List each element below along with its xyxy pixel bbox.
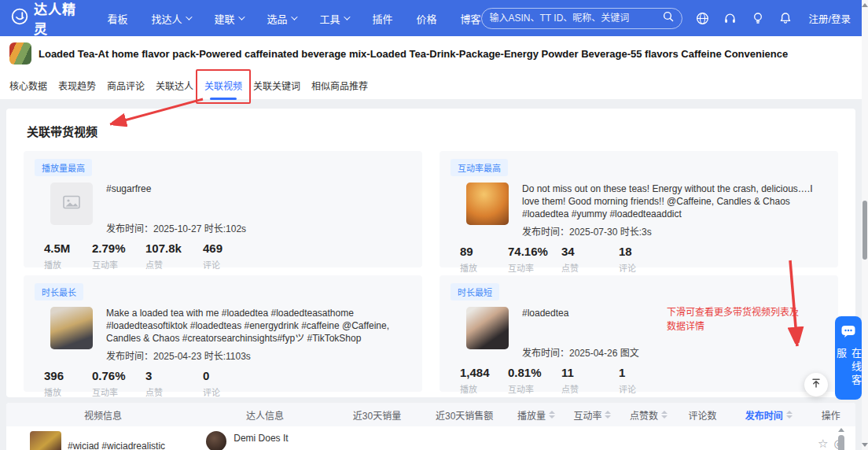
product-thumbnail[interactable] xyxy=(9,42,31,65)
nav-item-outreach[interactable]: 建联 xyxy=(214,11,243,26)
stat-plays: 396播放 xyxy=(44,369,86,398)
stat-comments: 18评论 xyxy=(619,245,663,274)
col-views-sort[interactable]: 播放量 xyxy=(508,408,564,422)
chat-bubble-icon xyxy=(840,324,856,341)
product-title: Loaded Tea-At home flavor pack-Powered c… xyxy=(39,48,788,60)
video-card-shortest-duration[interactable]: 时长最短 #loadedtea 发布时间：2025-04-26 图文 1,484… xyxy=(440,275,838,392)
nav-item-plugin[interactable]: 插件 xyxy=(372,11,392,26)
col-influencer-info: 达人信息 xyxy=(197,408,333,422)
nav-item-dashboard[interactable]: 看板 xyxy=(107,11,127,26)
sort-icon[interactable] xyxy=(549,411,555,419)
arrow-up-to-line-icon xyxy=(811,378,822,392)
card-badge: 互动率最高 xyxy=(451,159,508,176)
col-comments: 评论数 xyxy=(677,408,729,422)
col-actions: 操作 xyxy=(809,408,852,422)
row-video-thumbnail[interactable] xyxy=(30,431,61,450)
stat-engagement: 74.16%互动率 xyxy=(508,245,555,274)
table-scrollbar-thumb[interactable] xyxy=(838,435,844,450)
nav-item-blog[interactable]: 博客 xyxy=(461,11,481,26)
col-30d-revenue: 近30天销售额 xyxy=(421,408,508,422)
col-engagement-sort[interactable]: 互动率 xyxy=(565,408,620,422)
col-publish-time-sort[interactable]: 发布时间 xyxy=(728,408,809,422)
video-meta: 发布时间：2025-04-26 图文 xyxy=(522,345,827,359)
tab-related-creators[interactable]: 关联达人 xyxy=(156,77,193,94)
search-input[interactable] xyxy=(490,13,663,24)
stat-plays: 4.5M播放 xyxy=(44,242,86,271)
tab-core-data[interactable]: 核心数据 xyxy=(9,77,47,94)
video-card-longest-duration[interactable]: 时长最长 Make a loaded tea with me #loadedte… xyxy=(24,275,422,392)
card-badge: 时长最短 xyxy=(451,283,499,301)
page-body: 关联带货视频 播放量最高 #sugarfree 发布时间：2025-10-27 xyxy=(0,99,862,450)
top-navbar: 达人精灵 看板 找达人 建联 选品 工具 插件 价格 博客 xyxy=(0,0,862,36)
stat-likes: 3点赞 xyxy=(145,369,197,398)
video-meta: 发布时间：2025-10-27 时长:102s xyxy=(106,221,411,234)
notification-bell-icon[interactable] xyxy=(778,11,793,25)
customer-service-tab[interactable]: 在线客服 xyxy=(835,316,862,400)
brand[interactable]: 达人精灵 xyxy=(11,0,86,38)
tab-product-reviews[interactable]: 商品评论 xyxy=(107,77,145,94)
table-row[interactable]: #wiciad #wiciadrealistic Demi Does It ☆ … xyxy=(6,426,855,450)
global-search xyxy=(481,8,682,29)
page-scrollbar[interactable] xyxy=(862,0,868,450)
stat-engagement: 0.81%互动率 xyxy=(508,366,555,395)
nav-item-pricing[interactable]: 价格 xyxy=(416,11,436,26)
back-to-top-button[interactable] xyxy=(804,373,828,397)
nav-item-product-picking[interactable]: 选品 xyxy=(267,11,296,26)
tab-performance-trend[interactable]: 表现趋势 xyxy=(58,77,96,94)
customer-service-label: 在线客服 xyxy=(833,348,863,400)
table-header-row: 视频信息 达人信息 近30天销量 近30天销售额 播放量 互动率 点赞数 评论数… xyxy=(6,403,855,426)
tab-similar-products[interactable]: 相似商品推荐 xyxy=(311,77,368,94)
card-badge: 时长最长 xyxy=(35,283,83,301)
brand-name: 达人精灵 xyxy=(34,0,86,38)
video-thumbnail[interactable] xyxy=(466,307,509,349)
sort-icon[interactable] xyxy=(605,411,611,419)
page-scrollbar-thumb[interactable] xyxy=(862,201,867,260)
scroll-hint-annotation: 下滑可查看更多带货视频列表及数据详情 xyxy=(667,305,799,334)
sort-icon[interactable] xyxy=(661,411,668,419)
scroll-up-icon[interactable] xyxy=(838,428,844,432)
video-thumbnail[interactable] xyxy=(50,183,93,225)
col-likes-sort[interactable]: 点赞数 xyxy=(620,408,676,422)
video-meta: 发布时间：2025-07-30 时长:3s xyxy=(522,224,827,238)
col-30d-sales: 近30天销量 xyxy=(333,408,421,422)
tab-related-keywords[interactable]: 关联关键词 xyxy=(253,77,300,94)
video-card-most-views[interactable]: 播放量最高 #sugarfree 发布时间：2025-10-27 时长:102s xyxy=(24,151,422,267)
row-video-tags[interactable]: #wiciad #wiciadrealistic xyxy=(68,431,165,450)
table-scrollbar[interactable] xyxy=(837,428,844,450)
video-title[interactable]: Make a loaded tea with me #loadedtea #lo… xyxy=(106,307,411,345)
video-thumbnail[interactable] xyxy=(466,183,509,225)
influencer-avatar[interactable] xyxy=(206,431,226,450)
nav-item-find-creators[interactable]: 找达人 xyxy=(151,11,190,26)
scrollbar-down-arrow[interactable] xyxy=(862,443,868,447)
image-placeholder-icon xyxy=(63,195,80,212)
stat-likes: 34点赞 xyxy=(561,245,612,274)
influencer-name[interactable]: Demi Does It xyxy=(234,431,288,444)
nav-item-tools[interactable]: 工具 xyxy=(319,11,348,26)
lightbulb-icon[interactable] xyxy=(751,11,765,25)
video-card-top-engagement[interactable]: 互动率最高 Do not miss out on these teas! Ene… xyxy=(440,151,838,267)
related-videos-panel: 关联带货视频 播放量最高 #sugarfree 发布时间：2025-10-27 xyxy=(6,109,855,397)
stat-comments: 0评论 xyxy=(203,369,247,398)
video-title[interactable]: Do not miss out on these teas! Energy wi… xyxy=(522,183,827,221)
stat-likes: 11点赞 xyxy=(561,366,612,395)
stat-engagement: 0.76%互动率 xyxy=(92,369,139,398)
tab-related-videos[interactable]: 关联视频 xyxy=(204,77,242,94)
video-title[interactable]: #sugarfree xyxy=(106,183,411,218)
stat-engagement: 2.79%互动率 xyxy=(92,242,139,271)
stat-likes: 107.8k点赞 xyxy=(145,242,197,271)
stat-plays: 1,484播放 xyxy=(460,366,502,395)
sort-icon[interactable] xyxy=(786,411,793,419)
card-badge: 播放量最高 xyxy=(35,159,92,176)
headset-support-icon[interactable] xyxy=(723,11,737,25)
video-meta: 发布时间：2025-04-23 时长:1103s xyxy=(106,349,411,362)
chevron-down-icon xyxy=(186,13,193,20)
scrollbar-up-arrow[interactable] xyxy=(862,3,868,7)
favorite-star-icon[interactable]: ☆ xyxy=(818,437,828,449)
language-globe-icon[interactable] xyxy=(696,11,710,25)
register-login-link[interactable]: 注册/登录 xyxy=(809,11,851,26)
chevron-down-icon xyxy=(239,13,245,20)
search-icon[interactable] xyxy=(663,11,674,25)
video-table: 视频信息 达人信息 近30天销量 近30天销售额 播放量 互动率 点赞数 评论数… xyxy=(6,403,855,450)
product-header: Loaded Tea-At home flavor pack-Powered c… xyxy=(0,36,862,71)
video-thumbnail[interactable] xyxy=(50,307,93,349)
